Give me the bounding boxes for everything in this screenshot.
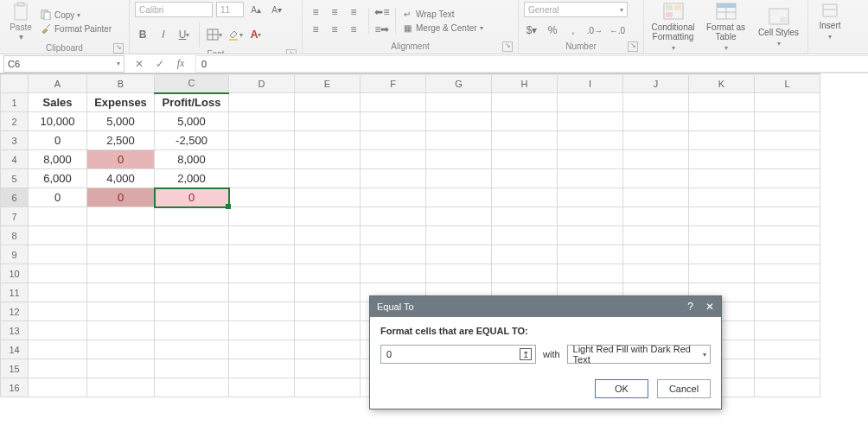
cell[interactable]	[755, 302, 820, 321]
paste-button[interactable]: Paste ▾	[5, 2, 36, 41]
cell[interactable]	[229, 302, 295, 321]
cell[interactable]	[155, 283, 229, 302]
cell[interactable]	[755, 378, 820, 397]
cell[interactable]	[229, 150, 295, 169]
cell[interactable]	[558, 131, 623, 150]
number-format-select[interactable]: General▾	[524, 2, 628, 17]
cell[interactable]	[689, 245, 755, 264]
cell[interactable]	[155, 302, 229, 321]
col-header[interactable]: C	[155, 74, 229, 93]
underline-button[interactable]: U▾	[176, 27, 192, 42]
cell[interactable]	[29, 302, 87, 321]
cell[interactable]	[229, 378, 295, 397]
cell[interactable]	[623, 169, 689, 188]
cell[interactable]	[426, 188, 492, 207]
cell[interactable]	[229, 169, 295, 188]
cell[interactable]: -2,500	[155, 131, 229, 150]
cell[interactable]	[295, 283, 361, 302]
cell[interactable]	[295, 264, 361, 283]
cell[interactable]	[689, 207, 755, 226]
cell[interactable]	[623, 245, 689, 264]
cell[interactable]	[623, 131, 689, 150]
grow-font-button[interactable]: A▴	[247, 2, 265, 17]
cell[interactable]	[229, 321, 295, 340]
cell[interactable]: 6,000	[29, 169, 87, 188]
cell[interactable]	[229, 283, 295, 302]
row-header[interactable]: 6	[1, 188, 29, 207]
cell[interactable]	[755, 112, 820, 131]
merge-center-button[interactable]: ▦ Merge & Center ▾	[401, 22, 483, 34]
format-select[interactable]: Light Red Fill with Dark Red Text▾	[567, 345, 711, 364]
fill-color-button[interactable]: ▾	[227, 27, 243, 42]
cell[interactable]	[361, 112, 426, 131]
range-selector-icon[interactable]: ↥	[520, 348, 532, 360]
conditional-formatting-button[interactable]: Conditional Formatting▾	[649, 2, 697, 53]
cell[interactable]	[155, 340, 229, 359]
cell[interactable]: 0	[29, 131, 87, 150]
cell[interactable]	[29, 321, 87, 340]
cell[interactable]	[755, 264, 820, 283]
cell[interactable]	[361, 150, 426, 169]
cell[interactable]	[29, 378, 87, 397]
col-header[interactable]: A	[29, 74, 87, 93]
cell[interactable]	[755, 93, 820, 112]
cell[interactable]	[755, 283, 820, 302]
cell[interactable]	[87, 283, 155, 302]
cell[interactable]	[689, 226, 755, 245]
cell[interactable]	[295, 378, 361, 397]
cell[interactable]	[295, 93, 361, 112]
cell[interactable]: 5,000	[155, 112, 229, 131]
row-header[interactable]: 10	[1, 264, 29, 283]
cell[interactable]	[87, 245, 155, 264]
borders-button[interactable]: ▾	[207, 27, 222, 42]
cell[interactable]: 0	[87, 188, 155, 207]
cell[interactable]	[229, 245, 295, 264]
cell[interactable]	[426, 93, 492, 112]
cell[interactable]	[755, 150, 820, 169]
accounting-format[interactable]: $▾	[524, 22, 539, 38]
cell[interactable]	[492, 131, 558, 150]
cell[interactable]	[755, 340, 820, 359]
col-header[interactable]: D	[229, 74, 295, 93]
cell[interactable]	[689, 131, 755, 150]
cell[interactable]	[295, 302, 361, 321]
cell[interactable]	[426, 169, 492, 188]
cell[interactable]	[426, 245, 492, 264]
bold-button[interactable]: B	[135, 27, 150, 42]
col-header[interactable]: I	[558, 74, 623, 93]
align-middle[interactable]: ≡	[327, 4, 342, 20]
align-bottom[interactable]: ≡	[346, 4, 361, 20]
cell[interactable]	[155, 207, 229, 226]
format-as-table-button[interactable]: Format as Table▾	[702, 2, 750, 53]
cell[interactable]: 2,500	[87, 131, 155, 150]
cell[interactable]	[87, 264, 155, 283]
cell[interactable]	[295, 188, 361, 207]
cell[interactable]	[689, 169, 755, 188]
cell[interactable]: 8,000	[29, 150, 87, 169]
cell[interactable]: Expenses	[87, 93, 155, 112]
col-header[interactable]: L	[755, 74, 820, 93]
font-size-select[interactable]: 11	[216, 2, 244, 17]
cell[interactable]: 5,000	[87, 112, 155, 131]
align-top[interactable]: ≡	[308, 4, 323, 20]
font-name-select[interactable]: Calibri	[135, 2, 213, 17]
cell[interactable]	[689, 112, 755, 131]
col-header[interactable]: B	[87, 74, 155, 93]
row-header[interactable]: 3	[1, 131, 29, 150]
fx-icon[interactable]: fx	[175, 57, 187, 70]
row-header[interactable]: 12	[1, 302, 29, 321]
cell[interactable]	[361, 245, 426, 264]
cell[interactable]	[623, 150, 689, 169]
cell[interactable]	[295, 321, 361, 340]
cell[interactable]	[755, 131, 820, 150]
cell[interactable]	[426, 226, 492, 245]
row-header[interactable]: 9	[1, 245, 29, 264]
align-right[interactable]: ≡	[346, 22, 361, 37]
cell[interactable]	[492, 207, 558, 226]
cell[interactable]	[492, 169, 558, 188]
cell[interactable]	[361, 93, 426, 112]
cell[interactable]	[558, 93, 623, 112]
cell[interactable]	[229, 131, 295, 150]
name-box[interactable]: C6▾	[3, 55, 124, 73]
cell[interactable]	[295, 245, 361, 264]
